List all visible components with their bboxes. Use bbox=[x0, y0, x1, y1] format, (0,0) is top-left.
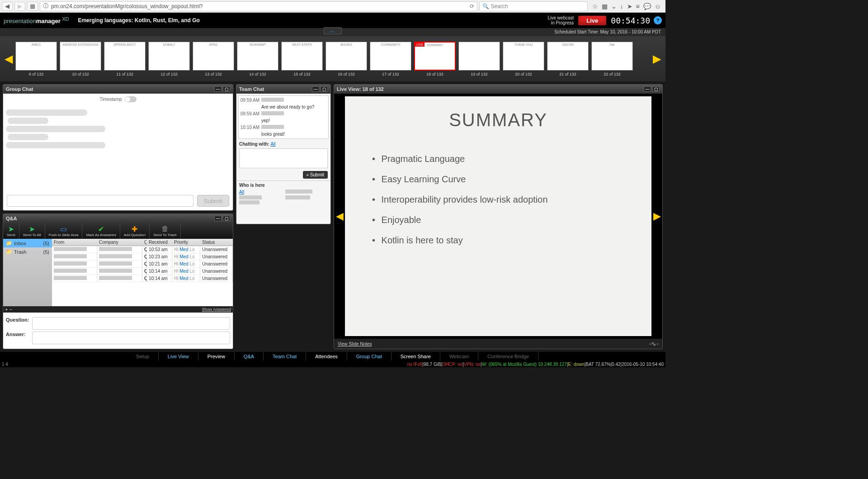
chat-icon[interactable]: 💬 bbox=[643, 3, 651, 10]
show-answered-link[interactable]: Show Answered bbox=[202, 307, 231, 312]
team-chat-submit[interactable]: » Submit bbox=[303, 171, 328, 179]
slide-thumb-22[interactable]: Sta bbox=[591, 42, 633, 71]
tab-live-view[interactable]: Live View bbox=[159, 352, 198, 360]
qa-row[interactable]: Q How do you protect data members?10:14 … bbox=[52, 268, 233, 275]
grid-icon[interactable]: ▦ bbox=[602, 3, 608, 10]
presentation-title: Emerging languages: Kotlin, Rust, Elm, a… bbox=[78, 17, 547, 24]
add-row-icon[interactable]: + bbox=[5, 307, 8, 312]
slide-thumb-10[interactable]: ANDROID EXTENSIONS bbox=[60, 42, 101, 71]
help-icon[interactable]: ? bbox=[654, 16, 662, 24]
tab-q&a[interactable]: Q&A bbox=[235, 352, 264, 360]
qa-col-from[interactable]: From bbox=[52, 239, 97, 246]
tab-team-chat[interactable]: Team Chat bbox=[264, 352, 306, 360]
qa-col-priority[interactable]: Priority bbox=[172, 239, 200, 246]
who-user bbox=[285, 190, 312, 194]
answer-detail-box[interactable] bbox=[32, 332, 230, 344]
filmstrip: ◀ ANKO9 of 132ANDROID EXTENSIONS10 of 13… bbox=[0, 36, 665, 81]
minimize-icon[interactable]: — bbox=[312, 86, 319, 92]
qa-row[interactable]: Q is 'sealed' like 'final'? the same as … bbox=[52, 246, 233, 253]
answer-label: Answer: bbox=[6, 332, 29, 337]
slide-bullet: Enjoyable bbox=[372, 215, 633, 225]
subheader: ︿ Scheduled Start Time: May 10, 2016 - 1… bbox=[0, 28, 665, 36]
tab-attendees[interactable]: Attendees bbox=[306, 352, 347, 360]
reload-icon[interactable]: ⟳ bbox=[470, 3, 474, 9]
slide-thumb-20[interactable]: THANK YOU bbox=[503, 42, 544, 71]
pocket-icon[interactable]: ⌄ bbox=[611, 3, 617, 10]
slide-thumb-13[interactable]: SPEK bbox=[193, 42, 234, 71]
team-chat-input[interactable] bbox=[239, 148, 328, 168]
qa-col-company[interactable]: Company bbox=[97, 239, 142, 246]
thumb-label: 10 of 132 bbox=[72, 72, 89, 76]
bottom-tabs: SetupLive ViewPreviewQ&ATeam ChatAttende… bbox=[0, 352, 665, 361]
tab-setup[interactable]: Setup bbox=[127, 352, 159, 360]
url-bar[interactable]: ⓘ pm.on24.com/presentationMgr/colossus_w… bbox=[40, 1, 477, 11]
tab-group-chat[interactable]: Group Chat bbox=[347, 352, 392, 360]
qa-folder-inbox[interactable]: 📁Inbox(5) bbox=[3, 239, 52, 247]
slide-thumb-12[interactable]: KOBALT bbox=[148, 42, 190, 71]
search-bar[interactable]: 🔍 Search bbox=[479, 1, 588, 11]
thumb-label: 9 of 132 bbox=[29, 72, 44, 76]
maximize-icon[interactable]: ▢ bbox=[321, 86, 328, 92]
qa-tool-send-to-all[interactable]: ➤Send To All bbox=[19, 223, 45, 239]
slide-thumb-9[interactable]: ANKO bbox=[15, 42, 57, 71]
qa-tool-send[interactable]: ➤Send bbox=[3, 223, 19, 239]
tab-conference-bridge[interactable]: Conference Bridge bbox=[478, 352, 538, 360]
qa-row[interactable]: Q You mentioned that Kotlin is a stand10… bbox=[52, 253, 233, 261]
qa-row[interactable]: Q: sure would like to see its Javscript1… bbox=[52, 275, 233, 282]
live-button[interactable]: Live bbox=[578, 16, 606, 25]
slide-thumb-21[interactable]: OSCON bbox=[547, 42, 589, 71]
minimize-icon[interactable]: — bbox=[214, 86, 222, 92]
maximize-icon[interactable]: ▢ bbox=[652, 86, 660, 92]
qa-tool-mark-as-answered[interactable]: ✔Mark As Answered bbox=[82, 223, 120, 239]
group-chat-submit[interactable]: Submit bbox=[197, 195, 229, 207]
slide-thumb-16[interactable]: BOOKS bbox=[326, 42, 367, 71]
maximize-icon[interactable]: ▢ bbox=[223, 216, 230, 221]
webcast-status: Live webcastin Progress bbox=[547, 15, 574, 25]
who-user bbox=[239, 195, 262, 199]
who-all-link[interactable]: All bbox=[239, 190, 282, 194]
qa-tool-send-to-trash[interactable]: 🗑Send To Trash bbox=[150, 223, 180, 239]
who-user bbox=[285, 195, 310, 199]
send-icon[interactable]: ➤ bbox=[627, 3, 632, 10]
qa-tool-push-to-slide-area[interactable]: ▭Push to Slide Area bbox=[45, 223, 83, 239]
group-chat-input[interactable] bbox=[7, 195, 193, 207]
qa-row[interactable]: Q what about singleExpression(x: Int) :1… bbox=[52, 261, 233, 268]
download-icon[interactable]: ↓ bbox=[620, 3, 623, 10]
collapse-filmstrip-icon[interactable]: ︿ bbox=[324, 27, 342, 34]
view-slide-notes-link[interactable]: View Slide Notes bbox=[338, 341, 372, 346]
timestamp-label: Timestamp bbox=[99, 97, 122, 102]
star-icon[interactable]: ☆ bbox=[592, 3, 598, 10]
forward-button[interactable]: ▶ bbox=[14, 2, 25, 11]
slide-thumb-14[interactable]: ROADMAP bbox=[237, 42, 278, 71]
back-button[interactable]: ◀ bbox=[2, 2, 13, 11]
face-icon[interactable]: ☺ bbox=[655, 3, 661, 10]
question-detail-box[interactable] bbox=[32, 317, 230, 330]
qa-col-question[interactable]: Question bbox=[142, 239, 147, 246]
qa-col-received[interactable]: Received bbox=[147, 239, 172, 246]
menu-icon[interactable]: ≡ bbox=[636, 3, 640, 10]
slide-thumb-17[interactable]: COMMUNITY bbox=[370, 42, 411, 71]
filmstrip-next[interactable]: ▶ bbox=[650, 45, 664, 72]
qa-folder-trash[interactable]: 📁Trash(5) bbox=[3, 247, 52, 256]
maximize-icon[interactable]: ▢ bbox=[223, 86, 230, 92]
slide-thumb-18[interactable]: LIVESUMMARY bbox=[414, 42, 456, 71]
minimize-icon[interactable]: — bbox=[214, 216, 222, 221]
tab-screen-share[interactable]: Screen Share bbox=[392, 352, 440, 360]
slide-thumb-19[interactable] bbox=[458, 42, 500, 71]
slide-thumb-15[interactable]: NEXT STEPS bbox=[281, 42, 323, 71]
chat-all-link[interactable]: All bbox=[270, 142, 275, 147]
remove-row-icon[interactable]: − bbox=[9, 307, 12, 312]
thumb-label: 18 of 132 bbox=[426, 72, 443, 76]
slide-prev[interactable]: ◀ bbox=[334, 94, 345, 339]
qa-tool-add-question[interactable]: ✚Add Question bbox=[120, 223, 150, 239]
slide-thumb-11[interactable]: SPRING BOOT bbox=[104, 42, 146, 71]
slide-next[interactable]: ▶ bbox=[651, 94, 662, 339]
filmstrip-prev[interactable]: ◀ bbox=[2, 45, 15, 72]
new-tab-button[interactable]: ▦ bbox=[27, 2, 38, 11]
timestamp-toggle[interactable] bbox=[125, 96, 137, 102]
minimize-icon[interactable]: — bbox=[644, 86, 651, 92]
search-placeholder: Search bbox=[491, 3, 508, 9]
qa-col-status[interactable]: Status bbox=[200, 239, 233, 246]
tab-webcam[interactable]: Webcam bbox=[440, 352, 478, 360]
tab-preview[interactable]: Preview bbox=[198, 352, 235, 360]
